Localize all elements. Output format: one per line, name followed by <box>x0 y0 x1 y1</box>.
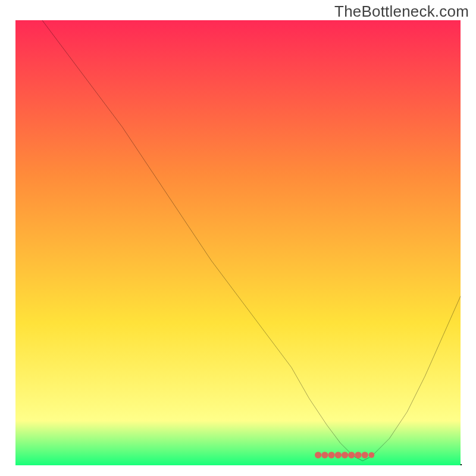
svg-point-1 <box>321 452 328 458</box>
svg-point-2 <box>328 452 334 458</box>
svg-point-3 <box>335 452 342 458</box>
chart-container: { "watermark": "TheBottleneck.com", "cha… <box>0 0 476 476</box>
svg-point-8 <box>369 452 375 458</box>
svg-point-0 <box>315 452 321 458</box>
chart-svg <box>15 20 461 465</box>
watermark-text: TheBottleneck.com <box>334 2 469 21</box>
gradient-bg <box>15 20 461 465</box>
minimum-marker <box>315 452 374 458</box>
svg-point-6 <box>355 452 361 458</box>
svg-point-7 <box>362 452 368 458</box>
svg-point-5 <box>348 452 355 458</box>
svg-point-4 <box>342 452 348 458</box>
